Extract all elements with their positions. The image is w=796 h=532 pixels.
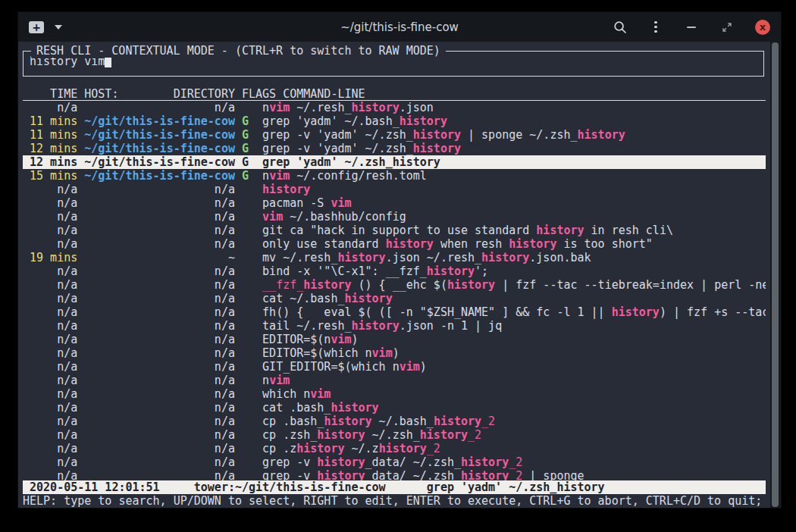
history-row[interactable]: 12 mins ~/git/this-is-fine-cow G grep -v… — [23, 142, 766, 155]
history-row[interactable]: n/a n/a fh() { eval $( ([ -n "$ZSH_NAME"… — [23, 305, 766, 319]
history-row[interactable]: n/a n/a history — [23, 183, 766, 196]
help-text: HELP: type to search, UP/DOWN to select,… — [23, 494, 766, 508]
new-tab-button[interactable]: + — [29, 21, 44, 33]
minimize-button[interactable] — [684, 20, 699, 35]
history-row[interactable]: n/a n/a which nvim — [23, 387, 766, 401]
minimize-icon — [687, 27, 696, 28]
desktop-background: + ~/git/this-is-fine-cow — [0, 0, 796, 532]
history-row[interactable]: n/a n/a pacman -S vim — [23, 196, 766, 210]
history-row[interactable]: n/a n/a nvim ~/.resh_history.json — [23, 101, 766, 114]
history-row[interactable]: n/a n/a grep -v history_data/ ~/.zsh_his… — [23, 455, 766, 469]
history-row[interactable]: n/a n/a bind -x '"\C-x1": __fzf_history'… — [23, 264, 766, 278]
menu-button[interactable] — [648, 20, 663, 35]
history-row[interactable]: n/a n/a only use standard history when r… — [23, 237, 766, 251]
kebab-menu-icon — [654, 21, 657, 33]
titlebar[interactable]: + ~/git/this-is-fine-cow — [18, 12, 781, 42]
restore-icon — [721, 21, 733, 33]
history-row[interactable]: 15 mins ~/git/this-is-fine-cow G nvim ~/… — [23, 169, 766, 183]
table-rows: n/a n/a nvim ~/.resh_history.json 11 min… — [23, 101, 766, 480]
history-row-selected[interactable]: 12 mins ~/git/this-is-fine-cow G grep 'y… — [23, 155, 766, 169]
close-icon: x — [760, 22, 766, 32]
history-row[interactable]: n/a n/a nvim — [23, 374, 766, 387]
status-bar: 2020-05-11 12:01:51 tower:~/git/this-is-… — [23, 480, 766, 494]
scrollbar-thumb[interactable] — [772, 42, 779, 507]
history-row[interactable]: n/a n/a cp .zhistory ~/.zhistory_2 — [23, 442, 766, 455]
history-row[interactable]: n/a n/a cp .bash_history ~/.bash_history… — [23, 415, 766, 428]
history-row[interactable]: 11 mins ~/git/this-is-fine-cow G grep -v… — [23, 128, 766, 142]
search-box: RESH CLI - CONTEXTUAL MODE - (CTRL+R to … — [23, 51, 764, 77]
history-row[interactable]: n/a n/a cp .zsh_history ~/.zsh_history_2 — [23, 428, 766, 442]
history-row[interactable]: 11 mins ~/git/this-is-fine-cow G grep 'y… — [23, 114, 766, 128]
history-row[interactable]: n/a n/a cat ~/.bash_history — [23, 292, 766, 305]
search-box-title: RESH CLI - CONTEXTUAL MODE - (CTRL+R to … — [31, 44, 446, 58]
history-table: TIME HOST: DIRECTORY FLAGS COMMAND-LINE … — [23, 87, 766, 480]
history-row[interactable]: n/a n/a git ca "hack in support to use s… — [23, 224, 766, 237]
history-row[interactable]: n/a n/a EDITOR=$(which nvim) — [23, 346, 766, 360]
chevron-down-icon[interactable] — [55, 25, 62, 30]
history-row[interactable]: n/a n/a GIT_EDITOR=$(which nvim) — [23, 360, 766, 374]
history-row[interactable]: n/a n/a __fzf_history () { __ehc $(histo… — [23, 278, 766, 292]
restore-button[interactable] — [719, 20, 735, 35]
search-button[interactable] — [613, 20, 628, 35]
close-button[interactable]: x — [755, 20, 770, 35]
history-row[interactable]: n/a n/a vim ~/.bashhub/config — [23, 210, 766, 224]
scrollbar[interactable] — [770, 42, 781, 508]
search-icon — [613, 20, 627, 34]
terminal-window: + ~/git/this-is-fine-cow — [18, 12, 781, 508]
new-tab-icon: + — [32, 22, 41, 33]
history-row[interactable]: n/a n/a tail ~/.resh_history.json -n 1 |… — [23, 319, 766, 333]
history-row[interactable]: 19 mins ~ mv ~/.resh_history.json ~/.res… — [23, 251, 766, 264]
history-row[interactable]: n/a n/a EDITOR=$(nvim) — [23, 333, 766, 346]
history-row[interactable]: n/a n/a cat .bash_history — [23, 401, 766, 415]
terminal-content: RESH CLI - CONTEXTUAL MODE - (CTRL+R to … — [18, 42, 781, 508]
history-row[interactable]: n/a n/a grep -v history_data/ ~/.zsh_his… — [23, 469, 766, 480]
table-header: TIME HOST: DIRECTORY FLAGS COMMAND-LINE — [23, 87, 766, 101]
